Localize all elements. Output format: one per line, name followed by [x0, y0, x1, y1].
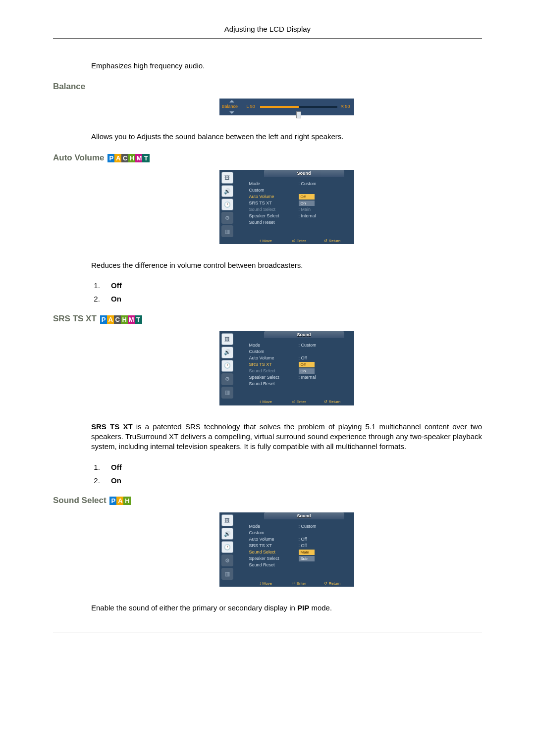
heading-sound-select: Sound Select PAH — [53, 496, 482, 506]
osd-val — [299, 381, 328, 387]
osd-row: Speaker Select — [249, 374, 296, 381]
picture-icon: 🖼 — [221, 514, 233, 526]
figure-auto-volume: Sound 🖼 🔊 🕐 ⚙ ▥ Mode Custom Auto Volume … — [91, 170, 482, 246]
sound-select-desc: Enable the sound of either the primary o… — [91, 603, 482, 613]
osd-menu-labels: Mode Custom Auto Volume SRS TS XT Sound … — [249, 181, 296, 226]
badge-c-icon: C — [114, 315, 121, 324]
osd-val: Off — [299, 194, 328, 200]
balance-label: Balance — [222, 104, 238, 109]
figure-sound-select: Sound 🖼 🔊 🕐 ⚙ ▥ Mode Custom Auto Volume … — [91, 512, 482, 588]
osd-val — [299, 349, 328, 355]
footer-move: ↕ Move — [249, 581, 282, 586]
sound-icon: 🔊 — [221, 185, 233, 197]
osd-row-active: Sound Select — [249, 549, 296, 555]
badge-a-icon: A — [114, 154, 122, 162]
balance-desc: Allows you to Adjusts the sound balance … — [91, 132, 482, 142]
srs-desc: SRS TS XT is a patented SRS technology t… — [91, 422, 482, 452]
clock-icon: 🕐 — [221, 360, 233, 372]
footer-return: ↺ Return — [316, 581, 349, 586]
heading-srs: SRS TS XT PACHMT — [53, 314, 482, 324]
sound-icon: 🔊 — [221, 528, 233, 540]
osd-row-dim: Sound Select — [249, 206, 296, 213]
footer-enter: ⏎ Enter — [282, 581, 316, 586]
osd-side-icons: 🖼 🔊 🕐 ⚙ ▥ — [221, 172, 234, 235]
osd-menu-values: : Custom : Off : Off Main Sub — [299, 523, 328, 568]
osd-sound-select: Sound 🖼 🔊 🕐 ⚙ ▥ Mode Custom Auto Volume … — [219, 512, 354, 587]
osd-row: Custom — [249, 187, 296, 194]
osd-row: Sound Reset — [249, 381, 296, 387]
balance-slider-osd: Balance L 50 R 50 — [219, 99, 354, 115]
osd-title: Sound — [264, 331, 344, 338]
picture-icon: 🖼 — [221, 172, 233, 184]
heading-sound-select-text: Sound Select — [53, 496, 107, 505]
osd-menu-labels: Mode Custom Auto Volume SRS TS XT Sound … — [249, 342, 296, 387]
badge-a-icon: A — [107, 315, 114, 324]
footer-return: ↺ Return — [316, 239, 349, 243]
multi-icon: ▥ — [221, 568, 233, 580]
srs-options: Off On — [91, 463, 482, 485]
osd-val: : Off — [299, 536, 328, 543]
osd-val — [299, 219, 328, 226]
osd-val-dim: : Main — [299, 206, 328, 213]
setup-icon: ⚙ — [221, 212, 233, 224]
arrow-up-icon — [229, 100, 234, 102]
osd-row: Sound Reset — [249, 219, 296, 226]
osd-side-icons: 🖼 🔊 🕐 ⚙ ▥ — [221, 333, 234, 397]
clock-icon: 🕐 — [221, 541, 233, 553]
figure-srs: Sound 🖼 🔊 🕐 ⚙ ▥ Mode Custom Auto Volume … — [91, 331, 482, 407]
badge-p-icon: P — [100, 315, 107, 324]
badge-m-icon: M — [128, 315, 135, 324]
source-badges: PAH — [109, 496, 130, 505]
osd-val: Off — [299, 361, 328, 368]
badge-h-icon: H — [123, 497, 131, 505]
list-item: On — [102, 295, 482, 303]
osd-row: Mode — [249, 181, 296, 187]
arrow-down-icon — [229, 111, 234, 114]
osd-val: : Off — [299, 543, 328, 549]
srs-desc-body: is a patented SRS technology that solves… — [91, 422, 482, 451]
balance-left-value: L 50 — [247, 104, 255, 109]
osd-row: Custom — [249, 349, 296, 355]
source-badges: PACHMT — [100, 314, 142, 324]
footer-rule — [53, 633, 482, 633]
osd-side-icons: 🖼 🔊 🕐 ⚙ ▥ — [221, 514, 234, 578]
badge-t-icon: T — [135, 315, 142, 324]
footer-return: ↺ Return — [316, 400, 349, 404]
setup-icon: ⚙ — [221, 554, 233, 566]
balance-track — [260, 106, 337, 108]
auto-volume-desc: Reduces the difference in volume control… — [91, 260, 482, 270]
multi-icon: ▥ — [221, 225, 233, 237]
footer-enter: ⏎ Enter — [282, 400, 316, 404]
balance-knob — [296, 111, 301, 118]
osd-row-active: Auto Volume — [249, 194, 296, 200]
srs-desc-lead: SRS TS XT — [91, 422, 133, 431]
osd-menu-values: : Custom : Off Off On : Internal — [299, 342, 328, 387]
footer-enter: ⏎ Enter — [282, 239, 316, 243]
heading-balance: Balance — [53, 82, 482, 92]
sound-select-desc-post: mode. — [309, 604, 332, 612]
page-header: Adjusting the LCD Display — [53, 25, 482, 39]
osd-val — [299, 530, 328, 536]
sound-select-desc-bold: PIP — [297, 604, 309, 612]
osd-row: SRS TS XT — [249, 543, 296, 549]
auto-volume-options: Off On — [91, 281, 482, 303]
osd-val: : Custom — [299, 523, 328, 530]
osd-row: Custom — [249, 530, 296, 536]
osd-row: Mode — [249, 523, 296, 530]
osd-menu-values: : Custom Off On : Main : Internal — [299, 181, 328, 226]
badge-h-icon: H — [128, 154, 136, 162]
clock-icon: 🕐 — [221, 199, 233, 210]
osd-val: : Internal — [299, 374, 328, 381]
osd-menu-labels: Mode Custom Auto Volume SRS TS XT Sound … — [249, 523, 296, 568]
badge-t-icon: T — [142, 154, 150, 162]
multi-icon: ▥ — [221, 387, 233, 399]
osd-row: SRS TS XT — [249, 200, 296, 206]
sound-icon: 🔊 — [221, 347, 233, 358]
osd-val: Main — [299, 549, 328, 555]
osd-footer: ↕ Move ⏎ Enter ↺ Return — [249, 399, 349, 405]
intro-text: Emphasizes high frequency audio. — [91, 61, 482, 71]
badge-p-icon: P — [107, 154, 115, 162]
osd-title: Sound — [264, 170, 344, 177]
sound-select-desc-pre: Enable the sound of either the primary o… — [91, 604, 297, 612]
balance-right-value: R 50 — [340, 104, 350, 109]
